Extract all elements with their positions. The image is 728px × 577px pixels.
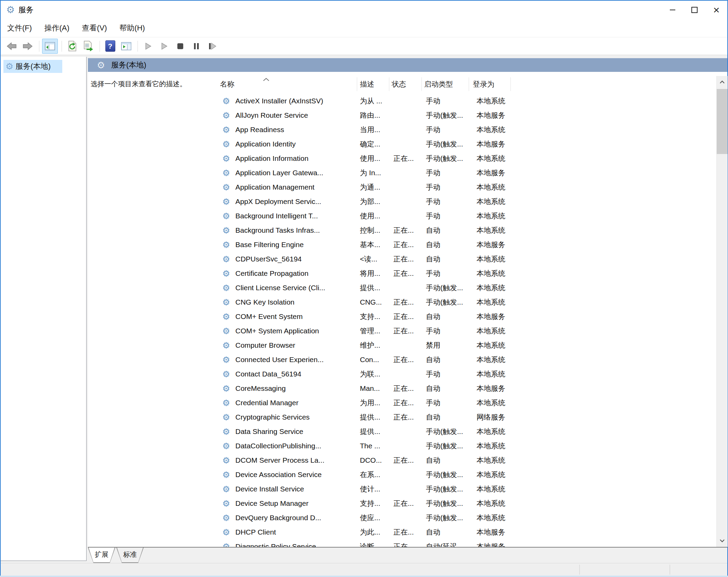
- service-row[interactable]: ⚙App Readiness当用...手动本地系统: [216, 123, 716, 137]
- chevron-down-icon: [719, 539, 725, 542]
- cell-name: CNG Key Isolation: [235, 295, 356, 309]
- restart-service-button[interactable]: [205, 39, 220, 53]
- cell-desc: 支持...: [360, 309, 380, 324]
- scrollbar-thumb[interactable]: [717, 89, 728, 154]
- service-row[interactable]: ⚙Device Setup Manager支持...正在...手动(触发...本…: [216, 496, 716, 511]
- cell-desc: 当用...: [360, 123, 380, 137]
- cell-status: 正在...: [393, 396, 414, 410]
- service-row[interactable]: ⚙CNG Key IsolationCNG...正在...手动(触发...本地系…: [216, 295, 716, 309]
- service-row[interactable]: ⚙Base Filtering Engine基本...正在...自动本地服务: [216, 238, 716, 252]
- help-button[interactable]: ?: [103, 39, 118, 53]
- cell-name: AppX Deployment Servic...: [235, 194, 356, 209]
- forward-button[interactable]: [20, 39, 35, 53]
- column-separator[interactable]: [389, 77, 389, 91]
- service-row[interactable]: ⚙AllJoyn Router Service路由...手动(触发...本地服务: [216, 108, 716, 123]
- service-row[interactable]: ⚙Device Association Service在系...手动(触发...…: [216, 467, 716, 482]
- vertical-scrollbar[interactable]: [716, 76, 728, 547]
- service-row[interactable]: ⚙Contact Data_56194为联...手动本地系统: [216, 367, 716, 381]
- service-row[interactable]: ⚙Diagnostic Policy Service诊断...正在...自动(延…: [216, 539, 716, 547]
- pause-service-button[interactable]: [189, 39, 204, 53]
- service-row[interactable]: ⚙Connected User Experien...Con...正在...自动…: [216, 352, 716, 367]
- tab-standard[interactable]: 标准: [116, 548, 144, 563]
- column-separator[interactable]: [421, 77, 422, 91]
- start-service-button[interactable]: [141, 39, 156, 53]
- start-service-icon: [144, 42, 152, 50]
- cell-name: Device Setup Manager: [235, 496, 356, 511]
- service-row[interactable]: ⚙Application Information使用...正在...手动(触发.…: [216, 151, 716, 166]
- cell-name: Device Install Service: [235, 482, 356, 496]
- column-header-logon[interactable]: 登录为: [473, 76, 494, 92]
- service-row[interactable]: ⚙AppX Deployment Servic...为部...手动本地系统: [216, 194, 716, 209]
- tree-item-services-local[interactable]: ⚙ 服务(本地): [3, 60, 62, 73]
- cell-desc: 使计...: [360, 482, 380, 496]
- refresh-icon: [68, 41, 77, 51]
- column-header-startup[interactable]: 启动类型: [424, 76, 453, 92]
- service-gear-icon: ⚙: [222, 281, 230, 295]
- window-controls: ×: [662, 1, 727, 19]
- window-title: 服务: [18, 1, 34, 19]
- service-row[interactable]: ⚙Device Install Service使计...手动(触发...本地系统: [216, 482, 716, 496]
- column-header-desc[interactable]: 描述: [360, 76, 374, 92]
- cell-startup: 手动(触发...: [426, 295, 463, 309]
- service-gear-icon: ⚙: [222, 324, 230, 338]
- cell-logon: 本地系统: [477, 180, 505, 194]
- menu-help[interactable]: 帮助(H): [115, 19, 150, 37]
- cell-logon: 本地服务: [477, 166, 505, 180]
- maximize-button[interactable]: [684, 1, 705, 19]
- menu-action[interactable]: 操作(A): [40, 19, 74, 37]
- cell-startup: 自动(延迟...: [426, 539, 463, 547]
- service-row[interactable]: ⚙DataCollectionPublishing...The ...手动(触发…: [216, 439, 716, 453]
- service-row[interactable]: ⚙Certificate Propagation将用...正在...手动本地系统: [216, 266, 716, 281]
- menu-view[interactable]: 查看(V): [77, 19, 111, 37]
- cell-desc: 为通...: [360, 180, 380, 194]
- service-row[interactable]: ⚙DevQuery Background D...使应...手动(触发...本地…: [216, 511, 716, 525]
- service-row[interactable]: ⚙Credential Manager为用...正在...手动本地系统: [216, 396, 716, 410]
- cell-startup: 手动: [426, 324, 440, 338]
- tab-extended[interactable]: 扩展: [88, 548, 115, 563]
- service-row[interactable]: ⚙Application Management为通...手动本地系统: [216, 180, 716, 194]
- toolbar-separator: [39, 41, 39, 52]
- service-row[interactable]: ⚙Client License Service (Cli...提供...手动(触…: [216, 281, 716, 295]
- service-gear-icon: ⚙: [222, 209, 230, 223]
- column-header-name[interactable]: 名称: [220, 76, 234, 92]
- column-separator[interactable]: [510, 77, 511, 91]
- cell-name: Background Intelligent T...: [235, 209, 356, 223]
- show-action-pane-button[interactable]: [119, 39, 134, 53]
- minimize-button[interactable]: [662, 1, 684, 19]
- service-row[interactable]: ⚙Application Identity确定...手动(触发...本地服务: [216, 137, 716, 151]
- service-row[interactable]: ⚙CDPUserSvc_56194<读...正在...自动本地系统: [216, 252, 716, 266]
- scroll-down-button[interactable]: [717, 535, 728, 547]
- back-button[interactable]: [4, 39, 19, 53]
- cell-startup: 手动: [426, 123, 440, 137]
- show-console-tree-button[interactable]: [42, 39, 58, 54]
- menu-file[interactable]: 文件(F): [3, 19, 36, 37]
- refresh-button[interactable]: [65, 39, 80, 53]
- cell-startup: 自动: [426, 238, 440, 252]
- service-row[interactable]: ⚙DCOM Server Process La...DCO...正在...自动本…: [216, 453, 716, 467]
- export-list-button[interactable]: [81, 39, 96, 53]
- service-row[interactable]: ⚙Cryptographic Services提供...正在...自动网络服务: [216, 410, 716, 424]
- close-button[interactable]: ×: [705, 1, 727, 19]
- column-header-status[interactable]: 状态: [392, 76, 406, 92]
- cell-startup: 手动(触发...: [426, 467, 463, 482]
- service-row[interactable]: ⚙CoreMessagingMan...正在...自动本地服务: [216, 381, 716, 396]
- service-row[interactable]: ⚙DHCP Client为此...正在...自动本地服务: [216, 525, 716, 539]
- resume-service-button[interactable]: [157, 39, 172, 53]
- column-separator[interactable]: [357, 77, 357, 91]
- service-row[interactable]: ⚙COM+ System Application管理...正在...手动本地系统: [216, 324, 716, 338]
- service-row[interactable]: ⚙COM+ Event System支持...正在...自动本地服务: [216, 309, 716, 324]
- cell-desc: The ...: [360, 439, 380, 453]
- tree-item-label: 服务(本地): [15, 61, 51, 72]
- service-row[interactable]: ⚙Computer Browser维护...禁用本地系统: [216, 338, 716, 352]
- scroll-up-button[interactable]: [717, 76, 728, 88]
- service-gear-icon: ⚙: [222, 94, 230, 108]
- service-row[interactable]: ⚙Data Sharing Service提供...手动(触发...本地系统: [216, 424, 716, 439]
- stop-service-button[interactable]: [173, 39, 188, 53]
- cell-status: 正在...: [393, 151, 414, 166]
- cell-name: Certificate Propagation: [235, 266, 356, 281]
- column-separator[interactable]: [469, 77, 469, 91]
- service-row[interactable]: ⚙ActiveX Installer (AxInstSV)为从 ...手动本地系…: [216, 94, 716, 108]
- service-row[interactable]: ⚙Background Intelligent T...使用...手动本地系统: [216, 209, 716, 223]
- service-row[interactable]: ⚙Application Layer Gatewa...为 In...手动本地服…: [216, 166, 716, 180]
- service-row[interactable]: ⚙Background Tasks Infras...控制...正在...自动本…: [216, 223, 716, 238]
